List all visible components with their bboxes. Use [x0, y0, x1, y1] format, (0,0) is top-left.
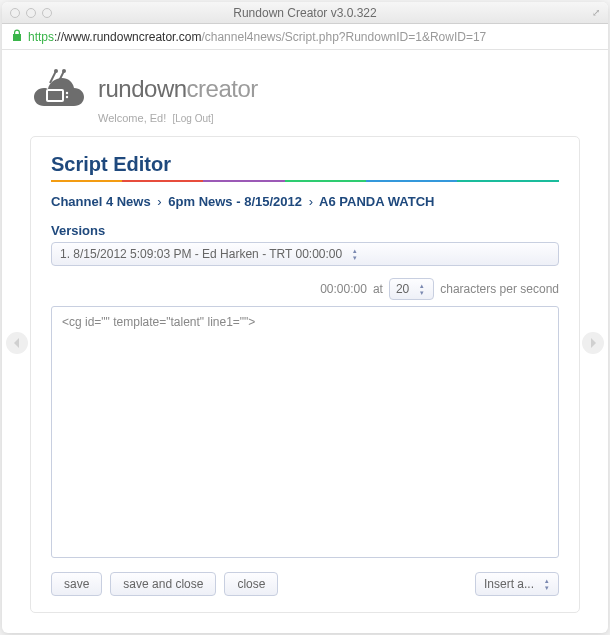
cps-row: 00:00:00 at 20 ▴▾ characters per second [51, 278, 559, 300]
welcome-line: Welcome, Ed! [Log Out] [98, 112, 580, 124]
chevron-right-icon: › [306, 194, 316, 209]
prev-arrow-button[interactable] [6, 332, 28, 354]
svg-point-7 [66, 96, 68, 98]
browser-window: Rundown Creator v3.0.322 ⤢ https://www.r… [2, 2, 608, 633]
versions-selected-text: 1. 8/15/2012 5:09:03 PM - Ed Harken - TR… [60, 247, 342, 261]
breadcrumb-row[interactable]: A6 PANDA WATCH [319, 194, 434, 209]
url-text: https://www.rundowncreator.com/channel4n… [28, 30, 486, 44]
trt-value: 00:00:00 [320, 282, 367, 296]
lock-icon [12, 29, 22, 44]
close-button[interactable]: close [224, 572, 278, 596]
breadcrumb-show[interactable]: Channel 4 News [51, 194, 151, 209]
next-arrow-button[interactable] [582, 332, 604, 354]
stepper-icon: ▴▾ [540, 575, 554, 593]
svg-point-6 [66, 92, 68, 94]
svg-point-3 [62, 69, 66, 73]
logo-icon [30, 68, 88, 110]
app-header: rundowncreator [30, 68, 580, 110]
panel-title: Script Editor [51, 153, 559, 176]
save-and-close-button[interactable]: save and close [110, 572, 216, 596]
url-bar[interactable]: https://www.rundowncreator.com/channel4n… [2, 24, 608, 50]
welcome-text: Welcome, Ed! [98, 112, 166, 124]
logout-link[interactable]: [Log Out] [172, 113, 213, 124]
rainbow-divider [51, 180, 559, 182]
content-area: rundowncreator Welcome, Ed! [Log Out] Sc… [2, 50, 608, 633]
window-title: Rundown Creator v3.0.322 [2, 6, 608, 20]
versions-select[interactable]: 1. 8/15/2012 5:09:03 PM - Ed Harken - TR… [51, 242, 559, 266]
cps-suffix: characters per second [440, 282, 559, 296]
at-label: at [373, 282, 383, 296]
titlebar: Rundown Creator v3.0.322 ⤢ [2, 2, 608, 24]
versions-label: Versions [51, 223, 559, 238]
breadcrumb: Channel 4 News › 6pm News - 8/15/2012 › … [51, 194, 559, 209]
cps-value: 20 [396, 282, 409, 296]
save-button[interactable]: save [51, 572, 102, 596]
cps-stepper[interactable]: 20 ▴▾ [389, 278, 434, 300]
breadcrumb-rundown[interactable]: 6pm News - 8/15/2012 [168, 194, 302, 209]
insert-select[interactable]: Insert a... ▴▾ [475, 572, 559, 596]
insert-selected-text: Insert a... [484, 577, 534, 591]
stepper-icon: ▴▾ [348, 245, 362, 263]
brand-text: rundowncreator [98, 75, 258, 103]
svg-point-2 [54, 69, 58, 73]
chevron-right-icon: › [154, 194, 164, 209]
script-editor-panel: Script Editor Channel 4 News › 6pm News … [30, 136, 580, 613]
svg-rect-5 [48, 91, 62, 100]
button-row: save save and close close Insert a... ▴▾ [51, 572, 559, 596]
stepper-icon: ▴▾ [415, 280, 429, 298]
script-editor-textarea[interactable] [51, 306, 559, 558]
